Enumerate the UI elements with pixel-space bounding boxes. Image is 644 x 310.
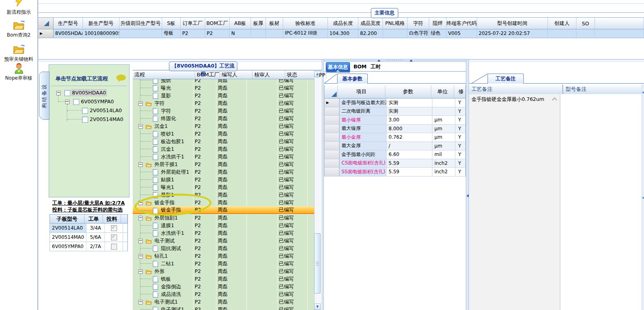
flow-row[interactable]: 板边包胶1P2周磊已编写 bbox=[133, 138, 314, 145]
main-table-row[interactable]: ▶8V005HDAA010010800090533母板P2P2NIPC-6012… bbox=[38, 29, 644, 38]
main-col-header[interactable]: S板 bbox=[162, 18, 181, 29]
device-structure-tab[interactable]: 构结备设 bbox=[39, 72, 49, 120]
flow-row[interactable]: 二钻1P2周磊已编写 bbox=[133, 260, 314, 267]
flow-row[interactable]: 终固化P2周磊已编写 bbox=[133, 115, 314, 122]
subboard-row[interactable]: 6V005YMPA02/7A bbox=[49, 242, 128, 251]
flow-row[interactable]: 退膜1P2周磊已编写 bbox=[133, 222, 314, 229]
feed-checkbox[interactable] bbox=[111, 225, 117, 231]
flow-col-header[interactable]: 流程 bbox=[133, 71, 195, 79]
flow-row[interactable]: 电子测试P2周磊已编写 bbox=[133, 237, 314, 244]
flow-col-header[interactable]: 编写人 bbox=[220, 71, 253, 79]
tab-main-info[interactable]: 主要信息 bbox=[371, 8, 398, 18]
params-row[interactable]: 最小镍厚3.00µmY bbox=[324, 116, 466, 125]
tab-work-hours[interactable]: 工时 bbox=[368, 62, 383, 72]
tab-process-flow[interactable]: 【8V005HDAA0】工艺流程 bbox=[169, 62, 237, 71]
params-col-header[interactable]: 项目 bbox=[338, 85, 385, 98]
main-col-header[interactable]: BOM工厂 bbox=[205, 18, 230, 29]
flow-row[interactable]: 铣板P2周磊已编写 bbox=[133, 275, 314, 283]
subboard-row[interactable]: 2V00514LA03/4A bbox=[49, 224, 128, 233]
flow-col-header[interactable]: BOM工厂 bbox=[195, 71, 220, 79]
params-col-header[interactable]: 单位 bbox=[431, 85, 454, 98]
toolbar-item-label[interactable]: Nope单审核 bbox=[0, 75, 37, 82]
flow-col-header[interactable]: 状态 bbox=[285, 71, 317, 79]
tree-expander[interactable] bbox=[56, 91, 61, 95]
tab-bom[interactable]: BOM bbox=[353, 62, 367, 72]
flow-expander[interactable] bbox=[138, 239, 143, 243]
flow-row[interactable]: 水洗烘干1P2周磊已编写 bbox=[133, 153, 314, 160]
tab-process-notes[interactable]: 工艺备注 bbox=[488, 74, 524, 84]
params-row[interactable]: 最大镍厚8.000µmY bbox=[324, 125, 466, 133]
device-tree-node[interactable]: 2V00514MA0 bbox=[90, 116, 123, 122]
tree-checkbox[interactable] bbox=[82, 117, 88, 123]
user-icon[interactable] bbox=[14, 63, 24, 75]
flow-expander[interactable] bbox=[138, 124, 143, 129]
flow-row[interactable]: 外层干膜1P2周磊已编写 bbox=[133, 160, 314, 168]
flow-row[interactable]: 贴膜1P2周磊已编写 bbox=[133, 176, 314, 183]
params-row[interactable]: 金手指最小间距6.60milY bbox=[324, 150, 466, 159]
subboard-col-header[interactable]: 子板型号 bbox=[50, 215, 84, 223]
tab-basic-params[interactable]: 基本参数 bbox=[337, 74, 368, 84]
flow-expander[interactable] bbox=[138, 101, 143, 106]
device-tree-node[interactable]: 6V005YMPA0 bbox=[81, 99, 114, 105]
scrollbar-thumb[interactable] bbox=[314, 233, 321, 294]
main-col-header[interactable]: 升级前旧生产型号 bbox=[119, 18, 162, 29]
flow-row[interactable]: 沉金1P2周磊已编写 bbox=[133, 145, 314, 153]
params-row[interactable]: 二次电镀距离实测Y bbox=[324, 107, 466, 116]
folder-icon[interactable] bbox=[13, 44, 25, 55]
feed-checkbox[interactable] bbox=[111, 244, 117, 250]
flow-row[interactable]: 钻孔1P2周磊已编写 bbox=[133, 252, 314, 260]
flow-row[interactable]: 曝光1P2周磊已编写 bbox=[133, 183, 314, 191]
info-notes-splitter[interactable] bbox=[466, 60, 469, 310]
tree-checkbox[interactable] bbox=[73, 99, 79, 105]
main-col-header[interactable]: 成品长度 bbox=[328, 18, 358, 29]
flow-row[interactable]: 外层前处理1P2周磊已编写 bbox=[133, 168, 314, 176]
main-col-header[interactable]: AB板 bbox=[230, 18, 251, 29]
main-col-header[interactable]: 板材 bbox=[266, 18, 283, 29]
flow-col-header[interactable]: 核审人 bbox=[253, 71, 285, 79]
flow-row[interactable]: 字符P2周磊已编写 bbox=[133, 99, 314, 107]
main-col-header[interactable]: 验收标准 bbox=[283, 18, 328, 29]
main-col-header[interactable]: SO bbox=[576, 18, 595, 29]
flow-col-header[interactable]: PP bbox=[317, 71, 326, 79]
toolbar-item-label[interactable]: Bom查询2 bbox=[0, 32, 37, 39]
flow-row[interactable]: 阻抗测试P2周磊已编写 bbox=[133, 244, 314, 252]
main-col-header[interactable]: PNL规格 bbox=[383, 18, 407, 29]
toolbar-item-label[interactable]: 新流程指示 bbox=[0, 9, 37, 16]
flow-row[interactable]: 字符P2周磊已编写 bbox=[133, 107, 314, 115]
flow-row[interactable]: 水洗烘干1P2周磊已编写 bbox=[133, 229, 314, 237]
folder-icon[interactable] bbox=[13, 20, 25, 31]
subboard-col-header[interactable]: 工单 bbox=[84, 215, 103, 223]
flow-row[interactable]: 喷砂1P2周磊已编写 bbox=[133, 130, 314, 138]
main-col-header[interactable]: 型号创建时间 bbox=[477, 18, 548, 29]
flow-row[interactable]: 显影P2周磊已编写 bbox=[133, 92, 314, 99]
process-notes-cell[interactable]: 金手指镀硬金金厚最小0.762um bbox=[469, 94, 560, 310]
main-col-header[interactable]: 订单工厂 bbox=[181, 18, 205, 29]
flow-expander[interactable] bbox=[138, 254, 143, 259]
flow-expander[interactable] bbox=[138, 269, 143, 274]
flow-row[interactable]: 金指倒边P2周磊已编写 bbox=[133, 283, 314, 290]
tree-expander[interactable] bbox=[65, 100, 70, 104]
scroll-down-button[interactable]: ▼ bbox=[314, 304, 321, 310]
tree-checkbox[interactable] bbox=[82, 108, 88, 114]
main-col-header[interactable]: 终端客户代码 bbox=[446, 18, 477, 29]
lightning-icon[interactable] bbox=[14, 0, 23, 8]
params-row[interactable]: SS面电镀面积(含孔)5.59inch2Y bbox=[324, 168, 466, 177]
flow-row[interactable]: 沉金1P2周磊已编写 bbox=[133, 122, 314, 130]
flow-row[interactable]: 电子测试1P2周磊已编写 bbox=[133, 298, 314, 306]
main-col-header[interactable]: 板厚 bbox=[251, 18, 266, 29]
feed-checkbox[interactable] bbox=[111, 234, 117, 240]
main-col-header[interactable]: 新生产型号 bbox=[83, 18, 119, 29]
flow-row[interactable]: 外形P2周磊已编写 bbox=[133, 267, 314, 275]
tree-checkbox[interactable] bbox=[64, 90, 70, 96]
flow-row[interactable]: 成品清洗P2周磊已编写 bbox=[133, 290, 314, 298]
main-col-header[interactable]: 字符 bbox=[407, 18, 429, 29]
params-row[interactable]: 最小金厚0.762µmY bbox=[324, 133, 466, 142]
notes-col-model[interactable]: 型号备注 bbox=[563, 84, 644, 94]
params-row[interactable]: ▶金手指与板边最大距离实测Y bbox=[324, 99, 466, 107]
scroll-up-chevron-icon[interactable] bbox=[552, 97, 557, 103]
device-tree-node[interactable]: 2V00514LA0 bbox=[90, 107, 122, 113]
subboard-row[interactable]: 2V00514MA05/6A bbox=[49, 233, 128, 242]
params-row[interactable]: 最大金厚/µmY bbox=[324, 142, 466, 151]
notes-col-process[interactable]: 工艺备注 bbox=[469, 84, 563, 94]
params-col-header[interactable]: 参数 bbox=[385, 85, 431, 98]
